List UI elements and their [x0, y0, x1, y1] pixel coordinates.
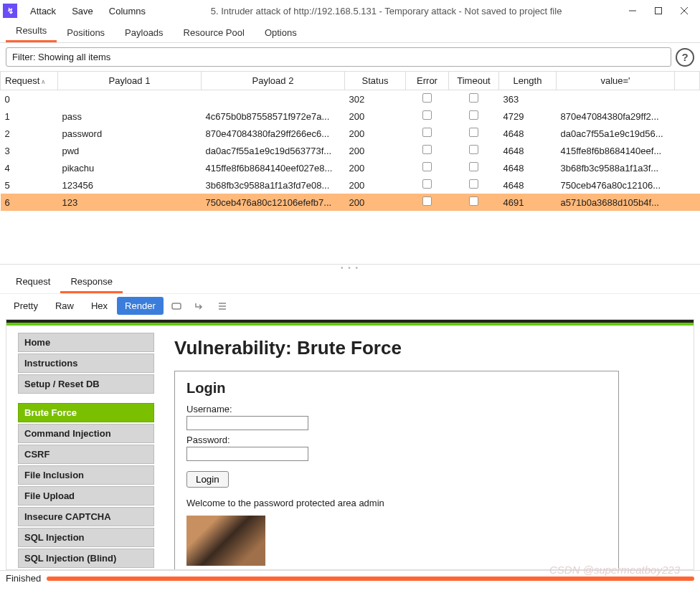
password-label: Password: — [186, 435, 607, 445]
nav-item[interactable]: Insecure CAPTCHA — [18, 507, 154, 526]
error-checkbox[interactable] — [422, 110, 432, 120]
table-row[interactable]: 1pass4c675b0b87558571f972e7a...200472987… — [1, 108, 700, 125]
error-checkbox[interactable] — [422, 162, 432, 171]
status-bar: Finished — [0, 570, 700, 586]
progress-bar — [47, 577, 694, 581]
col-error[interactable]: Error — [406, 72, 449, 90]
timeout-checkbox[interactable] — [469, 162, 478, 171]
timeout-checkbox[interactable] — [469, 128, 478, 137]
table-row[interactable]: 6123750ceb476a80c12106efefb7...2004691a5… — [1, 194, 700, 211]
timeout-checkbox[interactable] — [469, 93, 478, 103]
col-length[interactable]: Length — [499, 72, 557, 90]
svg-rect-1 — [656, 8, 662, 14]
tab-positions[interactable]: Positions — [57, 23, 115, 42]
col-timeout[interactable]: Timeout — [449, 72, 499, 90]
title-bar: ↯ Attack Save Columns 5. Intruder attack… — [0, 0, 700, 22]
nav-item[interactable]: SQL Injection — [18, 528, 154, 547]
page-heading: Vulnerability: Brute Force — [174, 337, 685, 359]
hamburger-icon[interactable] — [212, 298, 232, 315]
status-text: Finished — [6, 573, 41, 584]
view-pretty[interactable]: Pretty — [6, 297, 46, 315]
table-row[interactable]: 2password870e47084380fa29ff266ec6...2004… — [1, 125, 700, 142]
maximize-button[interactable] — [645, 1, 671, 21]
nav-item[interactable]: Instructions — [18, 354, 154, 373]
error-checkbox[interactable] — [422, 93, 432, 103]
login-title: Login — [186, 380, 607, 397]
menu-attack[interactable]: Attack — [23, 3, 63, 19]
col-request[interactable]: Request∧ — [1, 72, 58, 90]
results-table[interactable]: Request∧ Payload 1 Payload 2 Status Erro… — [0, 71, 700, 211]
view-toolbar: Pretty Raw Hex Render — [0, 293, 700, 318]
splitter[interactable]: • • • — [0, 265, 700, 270]
menu-columns[interactable]: Columns — [102, 3, 153, 19]
nav-item[interactable]: File Inclusion — [18, 465, 154, 485]
window-title: 5. Intruder attack of http://192.168.5.1… — [153, 6, 620, 16]
error-checkbox[interactable] — [422, 145, 432, 154]
error-checkbox[interactable] — [422, 196, 432, 206]
rendered-response[interactable]: HomeInstructionsSetup / Reset DB Brute F… — [6, 319, 694, 570]
svg-rect-4 — [172, 303, 181, 309]
password-input[interactable] — [186, 447, 308, 461]
tab-resource-pool[interactable]: Resource Pool — [174, 23, 255, 42]
dvwa-sidebar: HomeInstructionsSetup / Reset DB Brute F… — [18, 333, 154, 570]
col-spacer — [675, 72, 700, 90]
username-label: Username: — [186, 404, 607, 414]
minimize-button[interactable] — [620, 1, 645, 21]
filter-input[interactable]: Filter: Showing all items — [6, 47, 671, 67]
nav-item[interactable]: Brute Force — [18, 403, 154, 422]
nav-item[interactable]: CSRF — [18, 445, 154, 464]
login-form: Login Username: Password: Login Welcome … — [174, 371, 619, 570]
close-button[interactable] — [671, 1, 697, 21]
error-checkbox[interactable] — [422, 128, 432, 137]
col-payload1[interactable]: Payload 1 — [58, 72, 202, 90]
select-icon[interactable] — [166, 298, 186, 315]
page-header-strip — [6, 320, 694, 326]
subtabs: Request Response — [0, 270, 700, 293]
error-checkbox[interactable] — [422, 179, 432, 189]
nav-item[interactable]: Setup / Reset DB — [18, 374, 154, 394]
menu-save[interactable]: Save — [65, 3, 100, 19]
nav-item[interactable]: SQL Injection (Blind) — [18, 549, 154, 568]
col-payload2[interactable]: Payload 2 — [202, 72, 345, 90]
view-raw[interactable]: Raw — [47, 297, 82, 315]
timeout-checkbox[interactable] — [469, 110, 478, 120]
subtab-response[interactable]: Response — [60, 272, 123, 293]
welcome-message: Welcome to the password protected area a… — [186, 498, 607, 508]
nav-item[interactable]: File Upload — [18, 486, 154, 506]
timeout-checkbox[interactable] — [469, 179, 478, 189]
tab-options[interactable]: Options — [255, 23, 307, 42]
tab-payloads[interactable]: Payloads — [115, 23, 173, 42]
newline-icon[interactable] — [189, 298, 209, 315]
timeout-checkbox[interactable] — [469, 145, 478, 154]
view-render[interactable]: Render — [117, 297, 164, 315]
view-hex[interactable]: Hex — [83, 297, 115, 315]
login-button[interactable]: Login — [186, 471, 229, 488]
col-status[interactable]: Status — [345, 72, 406, 90]
username-input[interactable] — [186, 416, 308, 430]
timeout-checkbox[interactable] — [469, 196, 478, 206]
help-icon[interactable]: ? — [676, 48, 694, 67]
avatar-image — [186, 516, 265, 566]
table-row[interactable]: 4pikachu415ffe8f6b8684140eef027e8...2004… — [1, 159, 700, 176]
nav-item[interactable]: Command Injection — [18, 424, 154, 443]
table-row[interactable]: 3pwdda0ac7f55a1e9c19d563773f...200464841… — [1, 142, 700, 159]
nav-item[interactable]: Home — [18, 333, 154, 352]
subtab-request[interactable]: Request — [6, 272, 60, 293]
col-value[interactable]: value=' — [557, 72, 675, 90]
table-row[interactable]: 51234563b68fb3c9588a1f1a3fd7e08...200464… — [1, 176, 700, 194]
table-header-row: Request∧ Payload 1 Payload 2 Status Erro… — [1, 72, 700, 90]
main-tabs: Results Positions Payloads Resource Pool… — [0, 22, 700, 43]
app-icon: ↯ — [3, 4, 17, 18]
table-row[interactable]: 0302363 — [1, 90, 700, 108]
tab-results[interactable]: Results — [6, 21, 57, 42]
results-table-area: Request∧ Payload 1 Payload 2 Status Erro… — [0, 71, 700, 265]
